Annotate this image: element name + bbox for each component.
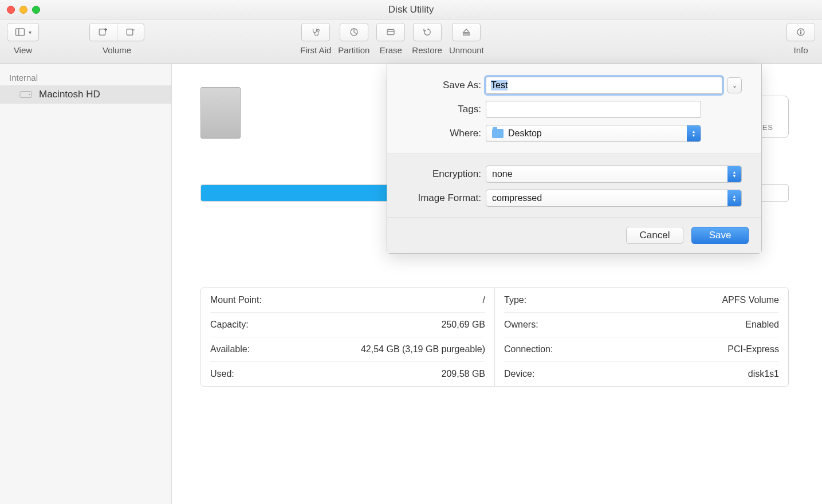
where-label: Where: (407, 128, 481, 139)
unmount-button[interactable] (452, 23, 481, 41)
content-pane: 250,69 GB SHARED BY 4 VOLUMES Free 39,35… (172, 64, 822, 504)
svg-rect-0 (15, 29, 24, 36)
info-key: Used: (210, 369, 234, 379)
info-key: Capacity: (210, 320, 249, 330)
save-button[interactable]: Save (691, 227, 749, 244)
stethoscope-icon (310, 27, 321, 37)
info-col-right: Type:APFS VolumeOwners:EnabledConnection… (495, 288, 788, 386)
info-key: Connection: (504, 344, 553, 355)
expand-save-panel-button[interactable]: ⌄ (727, 77, 742, 93)
restore-button[interactable] (413, 23, 442, 41)
where-popup[interactable]: Desktop (486, 125, 701, 142)
svg-point-6 (317, 29, 320, 32)
tags-input[interactable] (486, 101, 701, 118)
unmount-label: Unmount (449, 45, 484, 55)
tags-label: Tags: (407, 104, 481, 115)
volume-label: Volume (103, 45, 131, 55)
info-row: Mount Point:/ (210, 288, 485, 313)
image-format-label: Image Format: (407, 192, 481, 204)
erase-label: Erase (380, 45, 402, 55)
info-row: Owners:Enabled (504, 313, 779, 337)
info-value: disk1s1 (748, 369, 779, 379)
encryption-value: none (492, 169, 513, 179)
info-value: 42,54 GB (3,19 GB purgeable) (361, 344, 485, 355)
view-label: View (14, 45, 32, 55)
chevron-down-icon: ⌄ (732, 82, 737, 89)
svg-rect-8 (387, 30, 394, 35)
info-key: Device: (504, 369, 534, 379)
sidebar: Internal Macintosh HD (0, 64, 172, 504)
info-key: Owners: (504, 320, 538, 330)
toolbar: ▾ View + − Volume First Aid Partition (0, 19, 822, 64)
volume-add-icon: + (98, 27, 108, 37)
encryption-popup[interactable]: none (486, 166, 742, 183)
info-row: Used:209,58 GB (210, 362, 485, 386)
sidebar-item-label: Macintosh HD (39, 89, 100, 100)
info-row: Available:42,54 GB (3,19 GB purgeable) (210, 337, 485, 362)
svg-rect-10 (463, 34, 470, 35)
folder-icon (492, 129, 504, 138)
info-icon (796, 27, 806, 37)
info-value: PCI-Express (727, 344, 779, 355)
info-label: Info (793, 45, 808, 55)
restore-icon (422, 27, 432, 37)
erase-button[interactable] (376, 23, 405, 41)
svg-text:+: + (105, 27, 108, 33)
cancel-button[interactable]: Cancel (626, 227, 683, 244)
info-value: Enabled (745, 320, 779, 330)
view-button[interactable]: ▾ (7, 23, 39, 41)
info-value: 250,69 GB (442, 320, 486, 330)
save-as-input[interactable] (486, 77, 722, 94)
info-key: Available: (210, 344, 250, 355)
sidebar-icon (15, 27, 25, 37)
info-table: Mount Point:/Capacity:250,69 GBAvailable… (200, 288, 789, 387)
first-aid-button[interactable] (301, 23, 330, 41)
svg-point-15 (29, 94, 30, 95)
volume-segmented: + − (89, 23, 144, 41)
sidebar-item-macintosh-hd[interactable]: Macintosh HD (0, 85, 171, 104)
drive-thumbnail (200, 87, 241, 139)
info-col-left: Mount Point:/Capacity:250,69 GBAvailable… (201, 288, 495, 386)
restore-label: Restore (412, 45, 442, 55)
save-sheet: Save As: ⌄ Tags: Where: (387, 64, 762, 254)
first-aid-label: First Aid (300, 45, 331, 55)
partition-label: Partition (338, 45, 369, 55)
titlebar: Disk Utility (0, 0, 822, 19)
info-button[interactable] (786, 23, 815, 41)
info-value: / (483, 295, 485, 305)
svg-text:−: − (132, 27, 135, 33)
svg-rect-13 (800, 32, 801, 34)
encryption-label: Encryption: (407, 168, 481, 180)
volume-remove-icon: − (125, 27, 136, 37)
info-row: Capacity:250,69 GB (210, 313, 485, 337)
internal-drive-icon (19, 89, 32, 100)
save-as-label: Save As: (407, 80, 481, 91)
popup-arrows-icon (687, 125, 701, 141)
info-key: Mount Point: (210, 295, 262, 305)
partition-button[interactable] (340, 23, 368, 41)
pie-icon (349, 27, 359, 37)
where-value: Desktop (508, 128, 542, 139)
info-value: 209,58 GB (442, 369, 486, 379)
erase-icon (386, 27, 396, 37)
sidebar-section-internal: Internal (0, 70, 171, 85)
popup-arrows-icon (727, 190, 741, 206)
popup-arrows-icon (727, 166, 741, 182)
svg-point-12 (800, 30, 801, 31)
window-title: Disk Utility (0, 4, 822, 15)
eject-icon (461, 27, 471, 37)
info-row: Connection:PCI-Express (504, 337, 779, 362)
info-key: Type: (504, 295, 526, 305)
volume-remove-button[interactable]: − (117, 23, 144, 41)
info-value: APFS Volume (722, 295, 779, 305)
image-format-value: compressed (492, 193, 542, 203)
image-format-popup[interactable]: compressed (486, 190, 742, 207)
info-row: Type:APFS Volume (504, 288, 779, 313)
main-area: Internal Macintosh HD 250,69 GB SHARED B… (0, 64, 822, 504)
volume-add-button[interactable]: + (90, 23, 117, 41)
info-row: Device:disk1s1 (504, 362, 779, 386)
